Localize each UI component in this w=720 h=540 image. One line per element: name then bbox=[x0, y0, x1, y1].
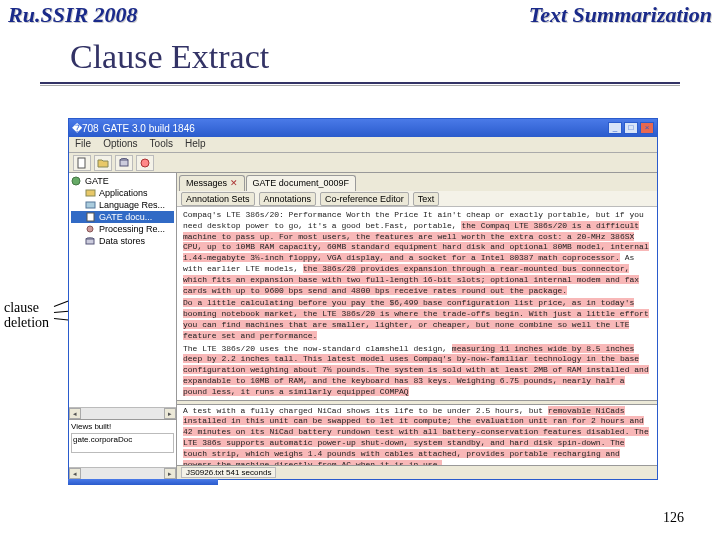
views-hscroll[interactable]: ◂▸ bbox=[69, 467, 176, 479]
tab-messages[interactable]: Messages ✕ bbox=[179, 175, 245, 191]
annotation-line-2: deletion bbox=[4, 315, 49, 330]
sidebar: GATE Applications Language Res... GATE d… bbox=[69, 173, 177, 479]
tree-data-stores[interactable]: Data stores bbox=[71, 235, 174, 247]
svg-rect-10 bbox=[86, 239, 94, 244]
views-list[interactable]: gate.corporaDoc bbox=[71, 433, 174, 453]
paragraph-1: Compaq's LTE 386s/20: Performance Worth … bbox=[183, 210, 651, 296]
paragraph-4: A test with a fully charged NiCad shows … bbox=[183, 406, 651, 465]
svg-point-8 bbox=[87, 226, 93, 232]
toolbar-annie-icon[interactable] bbox=[136, 155, 154, 171]
toolbar-new-icon[interactable] bbox=[73, 155, 91, 171]
view-toolbar: Annotation Sets Annotations Co-reference… bbox=[177, 191, 657, 207]
gate-window: �708 GATE 3.0 build 1846 _ □ × File Opti… bbox=[68, 118, 658, 480]
minimize-button[interactable]: _ bbox=[608, 122, 622, 134]
tree-label: Data stores bbox=[99, 236, 145, 246]
tab-document[interactable]: GATE document_0009F bbox=[246, 175, 356, 191]
close-button[interactable]: × bbox=[640, 122, 654, 134]
header-left-title: Ru.SSIR 2008 bbox=[8, 2, 138, 28]
tree-root[interactable]: GATE bbox=[71, 175, 174, 187]
toolbar-open-icon[interactable] bbox=[94, 155, 112, 171]
svg-rect-6 bbox=[86, 202, 95, 208]
menu-tools[interactable]: Tools bbox=[150, 138, 173, 151]
btn-text[interactable]: Text bbox=[413, 192, 440, 206]
views-panel: Views built! gate.corporaDoc bbox=[69, 419, 176, 467]
tree-label: GATE docu... bbox=[99, 212, 152, 222]
resource-tree[interactable]: GATE Applications Language Res... GATE d… bbox=[69, 173, 176, 407]
pane-splitter[interactable] bbox=[177, 400, 657, 405]
window-titlebar[interactable]: �708 GATE 3.0 build 1846 _ □ × bbox=[69, 119, 657, 137]
header-right-title: Text Summarization bbox=[529, 2, 712, 28]
document-text-pane[interactable]: Compaq's LTE 386s/20: Performance Worth … bbox=[177, 207, 657, 465]
toolbar-db-icon[interactable] bbox=[115, 155, 133, 171]
svg-rect-2 bbox=[120, 160, 128, 166]
content-area: Messages ✕ GATE document_0009F Annotatio… bbox=[177, 173, 657, 479]
title-rule bbox=[40, 82, 680, 86]
menu-help[interactable]: Help bbox=[185, 138, 206, 151]
window-title: GATE 3.0 build 1846 bbox=[103, 123, 608, 134]
taskbar-fragment bbox=[68, 479, 218, 485]
clause-deletion-annotation: clause deletion bbox=[4, 300, 49, 331]
maximize-button[interactable]: □ bbox=[624, 122, 638, 134]
svg-point-4 bbox=[72, 177, 80, 185]
highlight: which weighs 1.4 pounds with cables atta… bbox=[245, 449, 461, 458]
status-bar: JS0926.txt 541 seconds bbox=[177, 465, 657, 479]
paragraph-2: Do a little calculating before you pay t… bbox=[183, 298, 651, 341]
tree-label: Language Res... bbox=[99, 200, 165, 210]
tree-label: Applications bbox=[99, 188, 148, 198]
menu-options[interactable]: Options bbox=[103, 138, 137, 151]
btn-annotations[interactable]: Annotations bbox=[259, 192, 317, 206]
toolbar bbox=[69, 153, 657, 173]
svg-point-3 bbox=[141, 159, 149, 167]
annotation-line-1: clause bbox=[4, 300, 49, 315]
tree-root-label: GATE bbox=[85, 176, 109, 186]
tree-processing-resources[interactable]: Processing Re... bbox=[71, 223, 174, 235]
btn-coref-editor[interactable]: Co-reference Editor bbox=[320, 192, 409, 206]
menubar: File Options Tools Help bbox=[69, 137, 657, 153]
btn-annotation-sets[interactable]: Annotation Sets bbox=[181, 192, 255, 206]
menu-file[interactable]: File bbox=[75, 138, 91, 151]
tab-close-icon[interactable]: ✕ bbox=[230, 178, 238, 188]
svg-rect-7 bbox=[87, 213, 94, 221]
document-tabs: Messages ✕ GATE document_0009F bbox=[177, 173, 657, 191]
svg-rect-5 bbox=[86, 190, 95, 196]
tree-applications[interactable]: Applications bbox=[71, 187, 174, 199]
tree-label: Processing Re... bbox=[99, 224, 165, 234]
status-text: JS0926.txt 541 seconds bbox=[181, 467, 276, 478]
svg-rect-0 bbox=[78, 158, 85, 168]
paragraph-3: The LTE 386s/20 uses the now-standard cl… bbox=[183, 344, 651, 398]
tree-language-resources[interactable]: Language Res... bbox=[71, 199, 174, 211]
sidebar-hscroll[interactable]: ◂▸ bbox=[69, 407, 176, 419]
page-number: 126 bbox=[663, 510, 684, 526]
views-label: Views built! bbox=[71, 422, 174, 431]
app-icon: �708 bbox=[72, 123, 99, 134]
slide-title: Clause Extract bbox=[0, 28, 720, 82]
tree-gate-document[interactable]: GATE docu... bbox=[71, 211, 174, 223]
highlight: Do a little calculating before you pay t… bbox=[183, 298, 567, 307]
